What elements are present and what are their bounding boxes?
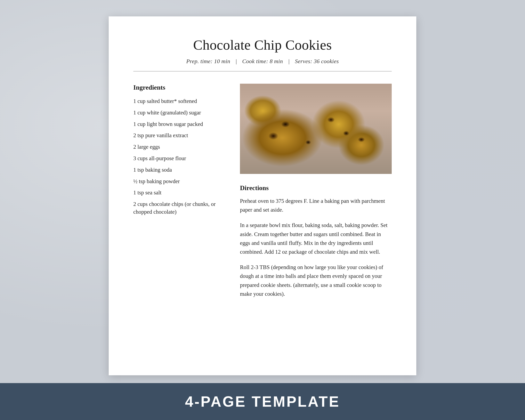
divider (133, 71, 392, 71)
directions-para-2: In a separate bowl mix flour, baking sod… (240, 221, 392, 256)
serves: Serves: 36 cookies (295, 58, 339, 64)
ingredient-item-6: 3 cups all-purpose flour (133, 155, 228, 162)
ingredient-item-1: 1 cup salted butter* softened (133, 97, 228, 105)
directions-section: Directions Preheat oven to 375 degrees F… (240, 184, 392, 299)
banner-text: 4-PAGE TEMPLATE (185, 393, 340, 410)
directions-para-1: Preheat oven to 375 degrees F. Line a ba… (240, 197, 392, 214)
cookie-image (240, 84, 392, 174)
directions-para-3: Roll 2-3 TBS (depending on how large you… (240, 263, 392, 299)
prep-time: Prep. time: 10 min (186, 58, 230, 64)
ingredients-column: Ingredients 1 cup salted butter* softene… (133, 84, 228, 220)
ingredient-item-4: 2 tsp pure vanilla extract (133, 132, 228, 140)
ingredient-item-2: 1 cup white (granulated) sugar (133, 109, 228, 117)
ingredient-item-7: 1 tsp baking soda (133, 166, 228, 174)
ingredient-item-10: 2 cups chocolate chips (or chunks, or ch… (133, 200, 228, 216)
directions-label: Directions (240, 184, 392, 192)
ingredient-item-8: ½ tsp baking powder (133, 177, 228, 185)
recipe-title: Chocolate Chip Cookies (133, 37, 392, 53)
ingredient-item-5: 2 large eggs (133, 143, 228, 151)
ingredient-item-9: 1 tsp sea salt (133, 189, 228, 197)
bottom-banner: 4-PAGE TEMPLATE (0, 383, 525, 420)
recipe-page: Chocolate Chip Cookies Prep. time: 10 mi… (109, 16, 416, 375)
ingredient-item-3: 1 cup light brown sugar packed (133, 120, 228, 128)
recipe-meta: Prep. time: 10 min | Cook time: 8 min | … (133, 58, 392, 65)
right-column: Directions Preheat oven to 375 degrees F… (240, 84, 392, 305)
ingredients-label: Ingredients (133, 84, 228, 91)
cook-time: Cook time: 8 min (242, 58, 283, 64)
recipe-body: Ingredients 1 cup salted butter* softene… (133, 84, 392, 305)
